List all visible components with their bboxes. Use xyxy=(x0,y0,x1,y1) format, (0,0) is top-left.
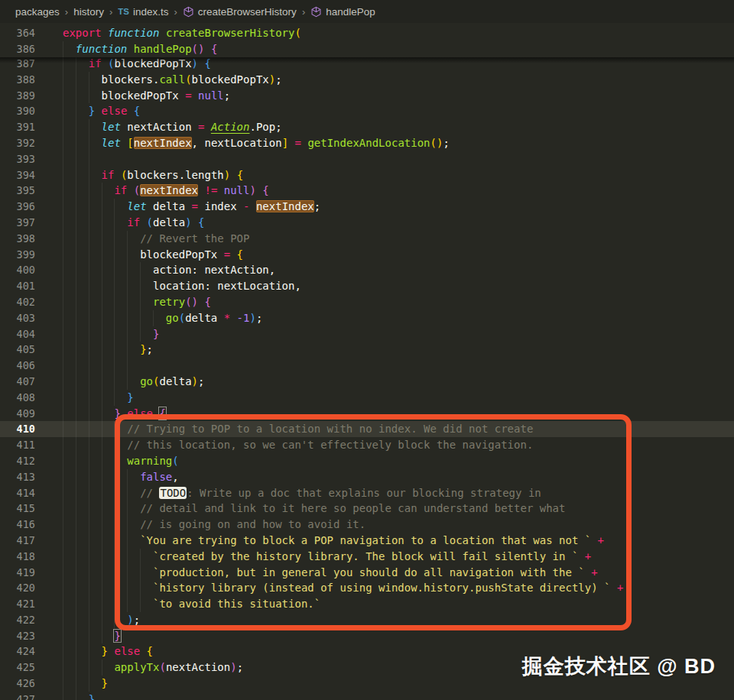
code-text: if (blockers.length) { xyxy=(63,167,243,183)
line-number[interactable]: 421 xyxy=(0,596,35,612)
line-number[interactable]: 388 xyxy=(0,72,35,88)
code-lines: 387 if (blockedPopTx) {388 blockers.call… xyxy=(0,56,734,700)
sticky-line-364[interactable]: 364export function createBrowserHistory( xyxy=(0,25,734,41)
line-number[interactable]: 400 xyxy=(0,262,35,278)
code-line-399[interactable]: 399 blockedPopTx = { xyxy=(0,247,734,263)
line-number[interactable]: 391 xyxy=(0,119,35,135)
code-text: blockedPopTx = { xyxy=(63,247,243,263)
line-number[interactable]: 423 xyxy=(0,628,35,644)
line-number[interactable]: 389 xyxy=(0,88,35,104)
code-line-414[interactable]: 414 // TODO: Write up a doc that explain… xyxy=(0,485,734,501)
code-line-402[interactable]: 402 retry() { xyxy=(0,294,734,310)
code-line-422[interactable]: 422 ); xyxy=(0,612,734,628)
code-line-398[interactable]: 398 // Revert the POP xyxy=(0,231,734,247)
code-line-419[interactable]: 419 `production, but in general you shou… xyxy=(0,565,734,581)
code-text: // Revert the POP xyxy=(63,231,249,247)
code-line-410[interactable]: 410 // Trying to POP to a location with … xyxy=(0,421,734,437)
line-number[interactable]: 390 xyxy=(0,103,35,119)
code-line-427[interactable]: 427 } xyxy=(0,692,734,700)
code-line-389[interactable]: 389 blockedPopTx = null; xyxy=(0,88,734,104)
indent-guide xyxy=(89,358,89,374)
code-text: let delta = index - nextIndex; xyxy=(63,199,320,215)
code-line-393[interactable]: 393 xyxy=(0,151,734,167)
line-number[interactable]: 396 xyxy=(0,199,35,215)
line-number[interactable]: 413 xyxy=(0,469,35,485)
line-number[interactable]: 408 xyxy=(0,390,35,406)
line-number[interactable]: 397 xyxy=(0,215,35,231)
code-line-400[interactable]: 400 action: nextAction, xyxy=(0,262,734,278)
line-number[interactable]: 416 xyxy=(0,517,35,533)
code-line-394[interactable]: 394 if (blockers.length) { xyxy=(0,167,734,183)
breadcrumb-item-createbrowserhistory[interactable]: createBrowserHistory xyxy=(183,6,297,18)
line-number[interactable]: 409 xyxy=(0,406,35,422)
code-line-391[interactable]: 391 let nextAction = Action.Pop; xyxy=(0,119,734,135)
line-number[interactable]: 393 xyxy=(0,151,35,167)
code-line-390[interactable]: 390 } else { xyxy=(0,103,734,119)
line-number[interactable]: 418 xyxy=(0,549,35,565)
line-number[interactable]: 407 xyxy=(0,374,35,390)
code-line-407[interactable]: 407 go(delta); xyxy=(0,374,734,390)
line-number[interactable]: 406 xyxy=(0,358,35,374)
breadcrumb-item-handlepop[interactable]: handlePop xyxy=(310,6,375,18)
code-line-395[interactable]: 395 if (nextIndex != null) { xyxy=(0,183,734,199)
code-line-417[interactable]: 417 `You are trying to block a POP navig… xyxy=(0,533,734,549)
code-text: `to avoid this situation.` xyxy=(63,596,320,612)
line-number[interactable]: 419 xyxy=(0,565,35,581)
line-number[interactable]: 425 xyxy=(0,659,35,676)
indent-guide xyxy=(76,151,76,167)
code-text: if (delta) { xyxy=(63,215,205,231)
code-line-415[interactable]: 415 // detail and link to it here so peo… xyxy=(0,501,734,517)
code-line-392[interactable]: 392 let [nextIndex, nextLocation] = getI… xyxy=(0,135,734,151)
line-number[interactable]: 398 xyxy=(0,231,35,247)
code-line-418[interactable]: 418 `created by the history library. The… xyxy=(0,549,734,565)
line-number[interactable]: 364 xyxy=(0,25,35,41)
line-number[interactable]: 410 xyxy=(0,421,35,437)
breadcrumb-item-packages[interactable]: packages xyxy=(15,6,60,18)
code-line-409[interactable]: 409 } else { xyxy=(0,406,734,422)
line-number[interactable]: 412 xyxy=(0,453,35,469)
code-line-416[interactable]: 416 // is going on and how to avoid it. xyxy=(0,517,734,533)
code-line-411[interactable]: 411 // this location, so we can't effect… xyxy=(0,437,734,453)
line-number[interactable]: 414 xyxy=(0,485,35,501)
code-line-403[interactable]: 403 go(delta * -1); xyxy=(0,310,734,326)
sticky-line-386[interactable]: 386 function handlePop() { xyxy=(0,41,734,57)
line-number[interactable]: 424 xyxy=(0,643,35,659)
line-number[interactable]: 392 xyxy=(0,135,35,151)
code-text: location: nextLocation, xyxy=(63,278,301,294)
line-number[interactable]: 426 xyxy=(0,676,35,692)
code-line-405[interactable]: 405 }; xyxy=(0,342,734,358)
line-number[interactable]: 394 xyxy=(0,167,35,183)
code-line-413[interactable]: 413 false, xyxy=(0,469,734,485)
code-line-412[interactable]: 412 warning( xyxy=(0,453,734,469)
code-line-396[interactable]: 396 let delta = index - nextIndex; xyxy=(0,199,734,215)
line-number[interactable]: 402 xyxy=(0,294,35,310)
line-number[interactable]: 386 xyxy=(0,41,35,57)
breadcrumb-item-index.ts[interactable]: TSindex.ts xyxy=(118,6,168,18)
line-number[interactable]: 405 xyxy=(0,342,35,358)
code-line-423[interactable]: 423 } xyxy=(0,628,734,644)
line-number[interactable]: 411 xyxy=(0,437,35,453)
code-line-421[interactable]: 421 `to avoid this situation.` xyxy=(0,596,734,612)
line-number[interactable]: 399 xyxy=(0,247,35,263)
code-line-397[interactable]: 397 if (delta) { xyxy=(0,215,734,231)
code-line-401[interactable]: 401 location: nextLocation, xyxy=(0,278,734,294)
line-number[interactable]: 427 xyxy=(0,692,35,700)
line-number[interactable]: 401 xyxy=(0,278,35,294)
code-text: applyTx(nextAction); xyxy=(63,659,243,676)
line-number[interactable]: 395 xyxy=(0,183,35,199)
code-line-408[interactable]: 408 } xyxy=(0,390,734,406)
line-number[interactable]: 420 xyxy=(0,580,35,596)
line-number[interactable]: 403 xyxy=(0,310,35,326)
breadcrumb-item-history[interactable]: history xyxy=(73,6,104,18)
line-number[interactable]: 415 xyxy=(0,501,35,517)
line-number[interactable]: 404 xyxy=(0,326,35,342)
line-number[interactable]: 417 xyxy=(0,533,35,549)
breadcrumb-label: packages xyxy=(15,6,60,18)
code-line-406[interactable]: 406 xyxy=(0,358,734,374)
indent-guide xyxy=(114,358,115,374)
line-number[interactable]: 422 xyxy=(0,612,35,628)
code-editor[interactable]: 387 if (blockedPopTx) {388 blockers.call… xyxy=(0,23,734,700)
code-line-420[interactable]: 420 `history library (instead of using w… xyxy=(0,580,734,596)
code-line-388[interactable]: 388 blockers.call(blockedPopTx); xyxy=(0,72,734,88)
code-line-404[interactable]: 404 } xyxy=(0,326,734,342)
